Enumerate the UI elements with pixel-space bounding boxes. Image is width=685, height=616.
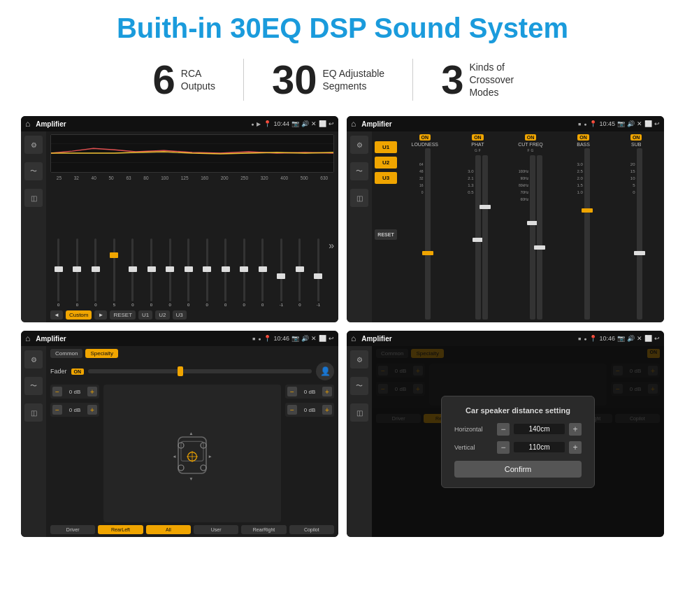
fader-btn-rearright[interactable]: RearRight bbox=[241, 525, 286, 534]
dsp-sidebar-btn-1[interactable]: ⚙ bbox=[350, 136, 368, 154]
slider-val-10: 0 bbox=[243, 303, 245, 307]
slider-track-6[interactable] bbox=[169, 238, 171, 301]
dialog-sidebar-btn-1[interactable]: ⚙ bbox=[350, 350, 368, 368]
dsp-bass-on[interactable]: ON bbox=[577, 134, 589, 141]
fader-btn-copilot[interactable]: Copilot bbox=[289, 525, 334, 534]
dsp-loudness-slider[interactable] bbox=[425, 148, 431, 320]
freq-32: 32 bbox=[74, 176, 79, 180]
slider-track-11[interactable] bbox=[261, 238, 264, 301]
fader-vol-row-1: − 0 dB + bbox=[50, 385, 99, 399]
fader-btn-rearleft[interactable]: RearLeft bbox=[98, 525, 143, 534]
fader-btn-driver[interactable]: Driver bbox=[50, 525, 95, 534]
fader-tab-specialty[interactable]: Specialty bbox=[85, 349, 117, 358]
dsp-sidebar-btn-3[interactable]: ◫ bbox=[350, 189, 368, 207]
dsp-sub-slider[interactable] bbox=[637, 148, 642, 320]
dsp-cutfreq-on[interactable]: ON bbox=[525, 134, 537, 141]
fader-sidebar-btn-2[interactable]: 〜 bbox=[24, 377, 43, 395]
dsp-u2-btn[interactable]: U2 bbox=[375, 157, 397, 169]
slider-track-2[interactable] bbox=[94, 238, 96, 301]
eq-prev-btn[interactable]: ◄ bbox=[50, 310, 63, 320]
dialog-vertical-plus[interactable]: + bbox=[569, 441, 582, 454]
dsp-sidebar-btn-2[interactable]: 〜 bbox=[350, 162, 368, 180]
dsp-bass-slider[interactable] bbox=[584, 148, 590, 320]
eq-preset-custom[interactable]: Custom bbox=[66, 310, 92, 320]
dialog-back-icon[interactable]: ↩ bbox=[654, 335, 660, 342]
dsp-sub-on[interactable]: ON bbox=[630, 134, 642, 141]
fader-back-icon[interactable]: ↩ bbox=[329, 335, 334, 342]
dsp-cutfreq-label: CUT FREQ bbox=[518, 142, 543, 147]
slider-track-14[interactable] bbox=[317, 238, 319, 301]
eq-sidebar-btn-1[interactable]: ⚙ bbox=[24, 136, 43, 154]
freq-125: 125 bbox=[181, 176, 189, 180]
dsp-reset-btn[interactable]: RESET bbox=[375, 229, 397, 240]
slider-track-3[interactable] bbox=[113, 238, 115, 301]
dsp-sub-nums: 20151050 bbox=[630, 148, 635, 320]
freq-630: 630 bbox=[320, 176, 328, 180]
home-icon[interactable]: ⌂ bbox=[25, 119, 30, 129]
eq-reset-btn[interactable]: RESET bbox=[110, 310, 136, 320]
fader-btn-user[interactable]: User bbox=[194, 525, 238, 534]
fader-tab-common[interactable]: Common bbox=[50, 349, 82, 358]
fader-sidebar-btn-3[interactable]: ◫ bbox=[24, 403, 43, 422]
dsp-phat-slider2[interactable] bbox=[482, 155, 488, 320]
fader-on-badge[interactable]: ON bbox=[71, 368, 85, 375]
dsp-home-icon[interactable]: ⌂ bbox=[351, 119, 356, 129]
eq-u3-btn[interactable]: U3 bbox=[173, 310, 187, 320]
dialog-sidebar-btn-2[interactable]: 〜 bbox=[350, 377, 368, 395]
fader-sidebar-btn-1[interactable]: ⚙ bbox=[24, 350, 43, 368]
fader-vol-minus-1[interactable]: − bbox=[52, 387, 62, 396]
slider-track-5[interactable] bbox=[150, 238, 152, 301]
stat-rca-number: 6 bbox=[153, 59, 175, 100]
dsp-phat-slider[interactable] bbox=[475, 155, 481, 320]
dsp-cutfreq-slider[interactable] bbox=[530, 155, 535, 320]
dsp-back-icon[interactable]: ↩ bbox=[654, 120, 660, 127]
back-icon[interactable]: ↩ bbox=[329, 120, 334, 127]
dsp-sub-label: SUB bbox=[631, 142, 641, 147]
dialog-close-icon: ✕ bbox=[637, 335, 642, 342]
fader-vol-val-3: 0 dB bbox=[299, 389, 320, 395]
fader-vol-minus-2[interactable]: − bbox=[52, 405, 62, 415]
slider-track-13[interactable] bbox=[298, 238, 301, 301]
dialog-home-icon[interactable]: ⌂ bbox=[351, 334, 356, 343]
eq-u2-btn[interactable]: U2 bbox=[155, 310, 169, 320]
fader-vol-plus-2[interactable]: + bbox=[87, 405, 97, 415]
dialog-horizontal-plus[interactable]: + bbox=[569, 423, 582, 436]
fader-dot1: ■ bbox=[252, 336, 255, 341]
fader-vol-plus-3[interactable]: + bbox=[322, 387, 332, 396]
dialog-vertical-minus[interactable]: − bbox=[497, 441, 510, 454]
eq-sidebar-btn-3[interactable]: ◫ bbox=[24, 189, 43, 207]
svg-text:◄: ◄ bbox=[172, 454, 176, 459]
dsp-dot2: ● bbox=[584, 122, 586, 127]
dialog-vertical-label: Vertical bbox=[454, 444, 493, 451]
slider-track-4[interactable] bbox=[131, 238, 134, 301]
dsp-u3-btn[interactable]: U3 bbox=[375, 172, 397, 184]
dsp-loudness-on[interactable]: ON bbox=[419, 134, 431, 141]
slider-track-8[interactable] bbox=[206, 238, 208, 301]
slider-track-10[interactable] bbox=[243, 238, 245, 301]
stat-eq-number: 30 bbox=[272, 59, 317, 100]
dsp-u1-btn[interactable]: U1 bbox=[375, 141, 397, 153]
fader-dot2: ● bbox=[258, 336, 261, 341]
fader-hslider[interactable] bbox=[88, 369, 312, 373]
dialog-sidebar-btn-3[interactable]: ◫ bbox=[350, 403, 368, 422]
eq-u1-btn[interactable]: U1 bbox=[138, 310, 152, 320]
dialog-horizontal-minus[interactable]: − bbox=[497, 423, 510, 436]
fader-btn-all[interactable]: All bbox=[146, 525, 191, 534]
fader-vol-plus-4[interactable]: + bbox=[322, 405, 332, 415]
slider-track-7[interactable] bbox=[187, 238, 189, 301]
dsp-cutfreq-slider2[interactable] bbox=[537, 155, 542, 320]
dsp-phat-on[interactable]: ON bbox=[472, 134, 484, 141]
fader-vol-minus-3[interactable]: − bbox=[287, 387, 297, 396]
confirm-button[interactable]: Confirm bbox=[454, 461, 582, 478]
fader-vol-plus-1[interactable]: + bbox=[87, 387, 97, 396]
fader-vol-minus-4[interactable]: − bbox=[287, 405, 297, 415]
eq-next-btn[interactable]: ► bbox=[94, 310, 107, 320]
fader-person-icon[interactable]: 👤 bbox=[316, 362, 334, 380]
slider-track-0[interactable] bbox=[57, 238, 59, 301]
slider-track-1[interactable] bbox=[76, 238, 78, 301]
slider-track-9[interactable] bbox=[224, 238, 226, 301]
eq-scroll-right[interactable]: » bbox=[329, 240, 334, 251]
slider-track-12[interactable] bbox=[280, 238, 282, 301]
eq-sidebar-btn-2[interactable]: 〜 bbox=[24, 162, 43, 180]
fader-home-icon[interactable]: ⌂ bbox=[25, 334, 30, 343]
